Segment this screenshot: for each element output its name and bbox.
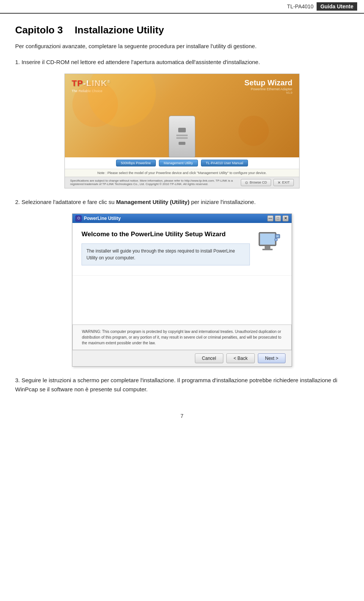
step-2-text-suffix: per iniziare l'installazione.	[190, 199, 256, 205]
tplink-note: Note : Please select the model of your P…	[65, 169, 299, 177]
tplink-footer-text: Specifications are subject to change wit…	[70, 179, 241, 186]
header-guide-title: Guida Utente	[317, 2, 357, 11]
powerline-titlebar-text: PowerLine Utility	[84, 216, 121, 221]
minimize-button[interactable]: —	[267, 215, 273, 221]
powerline-empty-area	[72, 275, 292, 325]
setup-wizard-subtitle: Powerline Ethernet Adapter	[245, 87, 293, 91]
browse-cd-button[interactable]: ⊙ Browse CD	[241, 179, 271, 186]
powerline-buttons: Cancel < Back Next >	[72, 350, 292, 366]
step-2-number: 2.	[15, 199, 20, 205]
powerline-body-text: Welcome to the PowerLine Utility Setup W…	[82, 231, 250, 269]
svg-rect-3	[262, 249, 273, 250]
intro-paragraph: Per configurazioni avanzate, completare …	[15, 42, 349, 51]
computer-svg-icon	[257, 231, 282, 255]
page-content: Capitolo 3 Installazione Utility Per con…	[0, 24, 364, 394]
next-button[interactable]: Next >	[258, 353, 286, 363]
tplink-buttons-area: 500Mbps Powerline Management Utility TL-…	[65, 157, 299, 169]
setup-wizard-version: V1.0	[245, 91, 293, 94]
chapter-title: Installazione Utility	[75, 24, 164, 36]
powerline-titlebar: ⬡ PowerLine Utility — □ ✕	[72, 214, 292, 223]
exit-icon: ✕	[278, 180, 281, 185]
tplink-setup-wizard-title-area: Setup Wizard Powerline Ethernet Adapter …	[245, 78, 293, 94]
svg-rect-2	[265, 246, 270, 249]
back-button[interactable]: < Back	[226, 353, 255, 363]
tplink-btn-user-manual[interactable]: TL-PA4010 User Manual	[201, 160, 248, 166]
chapter-heading: Capitolo 3 Installazione Utility	[15, 24, 349, 36]
browse-cd-icon: ⊙	[245, 180, 248, 185]
step-2-text-prefix: Selezionare l'adattatore e fare clic su	[22, 199, 116, 205]
step-2-text-bold: Management Utility (Utility)	[116, 199, 189, 205]
computer-icon	[256, 231, 282, 257]
cancel-button[interactable]: Cancel	[195, 353, 223, 363]
maximize-button[interactable]: □	[275, 215, 281, 221]
svg-rect-1	[260, 234, 275, 245]
step-3-text: Seguire le istruzioni a schermo per comp…	[15, 377, 337, 392]
powerline-body: Welcome to the PowerLine Utility Setup W…	[72, 223, 292, 275]
powerline-intro-text: The installer will guide you through the…	[82, 243, 250, 265]
titlebar-left: ⬡ PowerLine Utility	[75, 215, 121, 221]
svg-point-8	[275, 239, 277, 240]
tplink-device-image	[169, 116, 195, 157]
step-3: 3. Seguire le istruzioni a schermo per c…	[15, 376, 349, 394]
tplink-footer: Specifications are subject to change wit…	[65, 177, 299, 188]
powerline-warning: WARNING: This computer program is protec…	[72, 325, 292, 350]
page-footer: 7	[0, 409, 364, 423]
page-number: 7	[180, 413, 184, 419]
setup-wizard-title: Setup Wizard	[245, 78, 293, 87]
browse-cd-label: Browse CD	[249, 180, 267, 184]
tplink-wizard-banner: TP-LINK® The Reliable Choice Setup Wizar…	[65, 74, 299, 157]
step-1-number: 1.	[15, 59, 20, 65]
step-2: 2. Selezionare l'adattatore e fare clic …	[15, 198, 349, 207]
powerline-wizard-screenshot: ⬡ PowerLine Utility — □ ✕ Welcome to the…	[72, 213, 292, 367]
step-1-text: Inserire il CD-ROM nel lettore ed attend…	[22, 59, 260, 65]
step-3-number: 3.	[15, 377, 20, 383]
step-1: 1. Inserire il CD-ROM nel lettore ed att…	[15, 58, 349, 67]
exit-button[interactable]: ✕ EXIT	[273, 179, 294, 186]
titlebar-controls: — □ ✕	[267, 215, 289, 221]
tplink-footer-buttons: ⊙ Browse CD ✕ EXIT	[241, 179, 294, 186]
svg-point-6	[277, 235, 278, 237]
tplink-btn-management[interactable]: Management Utility	[159, 160, 198, 166]
tplink-wizard-screenshot: TP-LINK® The Reliable Choice Setup Wizar…	[64, 74, 300, 188]
close-button[interactable]: ✕	[282, 215, 289, 221]
chapter-number: Capitolo 3	[15, 24, 63, 36]
powerline-welcome-title: Welcome to the PowerLine Utility Setup W…	[82, 231, 250, 238]
header-model: TL-PA4010	[287, 3, 314, 9]
exit-label: EXIT	[282, 180, 290, 184]
tplink-btn-500mbps[interactable]: 500Mbps Powerline	[116, 160, 156, 166]
page-header: TL-PA4010 Guida Utente	[0, 0, 364, 14]
powerline-app-icon: ⬡	[75, 215, 82, 221]
